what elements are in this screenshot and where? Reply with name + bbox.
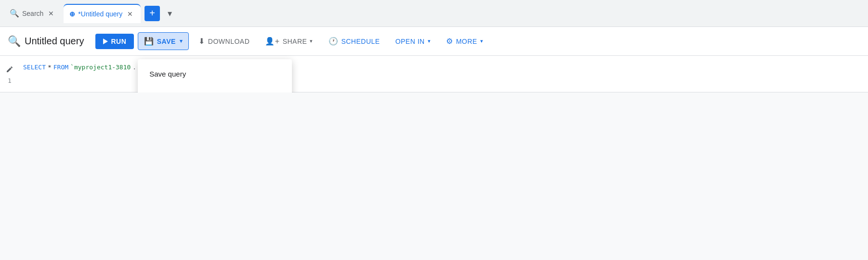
more-dropdown-arrow: ▾ [480, 38, 484, 44]
query-tab-icon: ⊕ [69, 10, 75, 18]
tab-search-label: Search [22, 10, 43, 17]
tab-untitled-query-close[interactable]: ✕ [125, 9, 135, 19]
schedule-icon: 🕐 [329, 37, 339, 46]
pencil-icon [6, 65, 13, 73]
line-number-1: 1 [8, 76, 12, 85]
save-button[interactable]: 💾 SAVE ▾ [138, 32, 189, 50]
open-in-label: OPEN IN [395, 38, 425, 45]
more-icon: ⚙ [446, 37, 453, 46]
tab-untitled-query-label: *Untitled query [78, 10, 122, 18]
menu-item-save-query[interactable]: Save query [138, 63, 292, 85]
open-in-dropdown-arrow: ▾ [428, 38, 431, 44]
share-label: SHARE [283, 38, 307, 45]
schedule-label: SCHEDULE [341, 38, 380, 45]
more-tabs-button[interactable]: ▾ [162, 6, 177, 21]
download-icon: ⬇ [198, 37, 205, 46]
line-number-column: 1 [0, 62, 19, 86]
play-icon [103, 39, 108, 44]
tab-untitled-query[interactable]: ⊕ *Untitled query ✕ [64, 4, 141, 23]
schedule-button[interactable]: 🕐 SCHEDULE [323, 33, 386, 50]
editor-area: 1 SELECT * FROM `myproject1-3810 ... 100… [0, 56, 868, 92]
run-button[interactable]: RUN [95, 34, 134, 49]
add-tab-button[interactable]: + [145, 6, 160, 21]
save-query-classic-label: Save query (Classic) [149, 91, 280, 92]
save-icon: 💾 [144, 37, 154, 46]
search-tab-icon: 🔍 [10, 9, 19, 18]
menu-item-save-query-classic[interactable]: Save query (Classic) No version history … [138, 85, 292, 92]
share-icon: 👤+ [265, 37, 279, 46]
code-operator: * [48, 63, 52, 73]
save-query-label: Save query [149, 70, 280, 78]
table-name: `myproject1-3810 [70, 63, 131, 73]
share-dropdown-arrow: ▾ [310, 38, 313, 44]
query-title: Untitled query [25, 36, 84, 47]
tab-bar: 🔍 Search ✕ ⊕ *Untitled query ✕ + ▾ [0, 0, 868, 27]
run-label: RUN [111, 38, 126, 45]
save-label: SAVE [157, 38, 176, 45]
download-label: DOWNLOAD [208, 38, 250, 45]
add-tab-icon: + [149, 8, 155, 19]
more-label: MORE [456, 38, 477, 45]
more-tabs-icon: ▾ [168, 8, 172, 19]
download-button[interactable]: ⬇ DOWNLOAD [193, 33, 255, 50]
tab-search[interactable]: 🔍 Search ✕ [4, 4, 62, 23]
tab-search-close[interactable]: ✕ [46, 9, 56, 18]
save-wrapper: 💾 SAVE ▾ Save query Save query (Classic)… [138, 32, 189, 50]
more-button[interactable]: ⚙ MORE ▾ [440, 33, 489, 50]
keyword-from: FROM [53, 63, 68, 73]
edit-icon-button[interactable] [3, 63, 16, 76]
save-dropdown-menu: Save query Save query (Classic) No versi… [138, 59, 292, 92]
keyword-select: SELECT [23, 63, 46, 73]
query-title-section: 🔍 Untitled query [8, 35, 84, 48]
share-button[interactable]: 👤+ SHARE ▾ [259, 33, 319, 50]
save-dropdown-arrow: ▾ [180, 38, 183, 44]
open-in-button[interactable]: OPEN IN ▾ [390, 34, 437, 49]
query-title-icon: 🔍 [8, 35, 21, 48]
toolbar: 🔍 Untitled query RUN 💾 SAVE ▾ Save query… [0, 27, 868, 56]
